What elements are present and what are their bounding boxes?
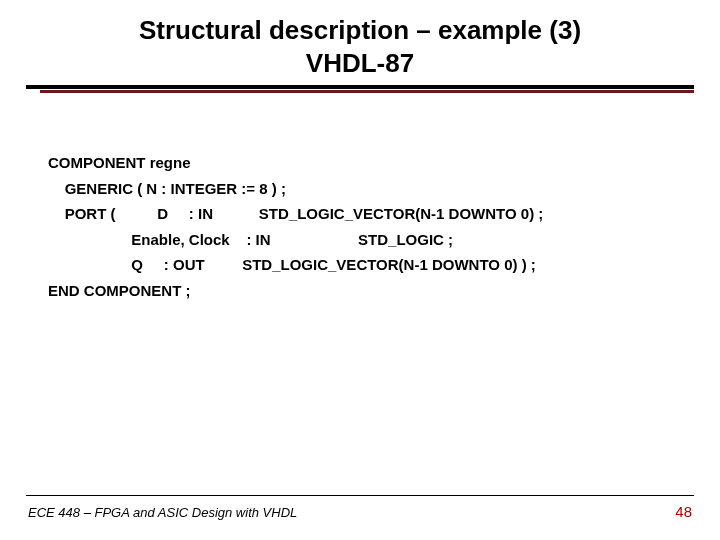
title-rule	[0, 85, 720, 95]
code-line-2: GENERIC ( N : INTEGER := 8 ) ;	[48, 180, 286, 197]
footer-text: ECE 448 – FPGA and ASIC Design with VHDL	[28, 505, 297, 520]
code-line-3: PORT ( D : IN STD_LOGIC_VECTOR(N-1 DOWNT…	[48, 205, 543, 222]
title-line-2: VHDL-87	[0, 47, 720, 80]
code-line-1: COMPONENT regne	[48, 154, 191, 171]
page-number: 48	[675, 503, 692, 520]
slide-title: Structural description – example (3) VHD…	[0, 0, 720, 79]
code-line-6: END COMPONENT ;	[48, 282, 191, 299]
rule-black	[26, 85, 694, 89]
code-block: COMPONENT regne GENERIC ( N : INTEGER :=…	[48, 150, 543, 303]
code-line-4: Enable, Clock : IN STD_LOGIC ;	[48, 231, 453, 248]
title-line-1: Structural description – example (3)	[0, 14, 720, 47]
rule-maroon	[40, 90, 694, 93]
footer-rule	[26, 495, 694, 496]
slide: Structural description – example (3) VHD…	[0, 0, 720, 540]
code-line-5: Q : OUT STD_LOGIC_VECTOR(N-1 DOWNTO 0) )…	[48, 256, 536, 273]
